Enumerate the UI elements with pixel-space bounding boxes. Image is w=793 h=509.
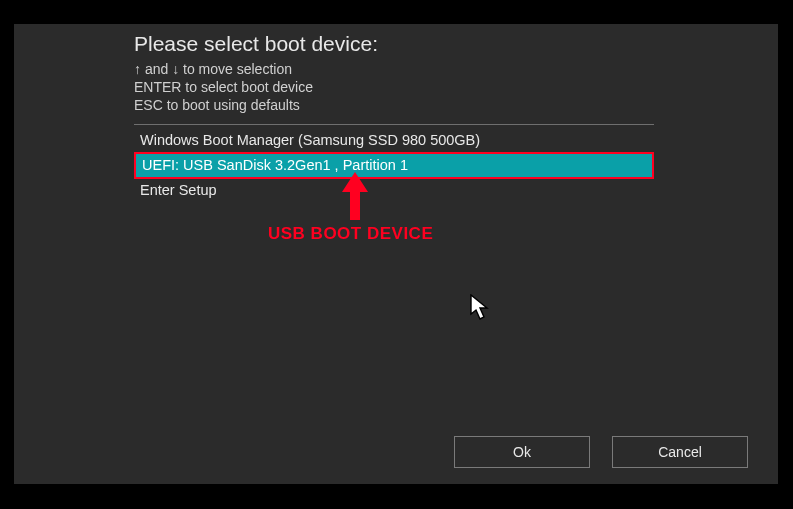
annotation-highlight-box: UEFI: USB SanDisk 3.2Gen1 , Partition 1 (134, 152, 654, 179)
instruction-move: ↑ and ↓ to move selection (134, 60, 758, 78)
ok-button[interactable]: Ok (454, 436, 590, 468)
boot-device-enter-setup[interactable]: Enter Setup (134, 179, 654, 202)
boot-device-windows[interactable]: Windows Boot Manager (Samsung SSD 980 50… (134, 129, 654, 152)
button-row: Ok Cancel (454, 436, 748, 468)
boot-menu-panel: Please select boot device: ↑ and ↓ to mo… (14, 24, 778, 484)
boot-device-usb[interactable]: UEFI: USB SanDisk 3.2Gen1 , Partition 1 (136, 154, 652, 177)
menu-title: Please select boot device: (134, 32, 758, 56)
instruction-enter: ENTER to select boot device (134, 78, 758, 96)
instructions: ↑ and ↓ to move selection ENTER to selec… (134, 60, 758, 114)
boot-device-list: Windows Boot Manager (Samsung SSD 980 50… (134, 129, 654, 202)
cancel-button[interactable]: Cancel (612, 436, 748, 468)
divider (134, 124, 654, 125)
instruction-esc: ESC to boot using defaults (134, 96, 758, 114)
